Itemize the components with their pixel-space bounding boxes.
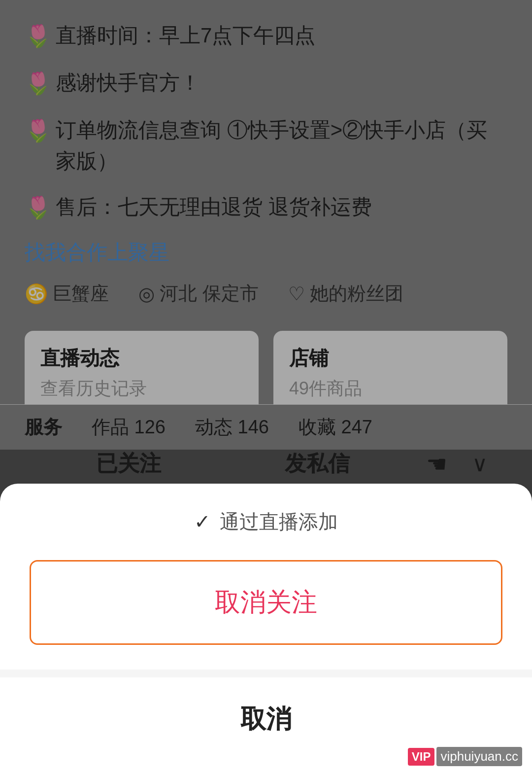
unfollow-button[interactable]: 取消关注 [30, 560, 502, 645]
bottom-sheet: ✓ 通过直播添加 取消关注 取消 [0, 484, 532, 776]
vip-badge: VIP [408, 748, 435, 766]
watermark: VIP viphuiyuan.cc [408, 747, 522, 766]
checkmark-icon: ✓ [194, 511, 211, 532]
sheet-divider [0, 670, 532, 677]
check-line: ✓ 通过直播添加 [0, 484, 532, 550]
cancel-button[interactable]: 取消 [0, 677, 532, 746]
watermark-url: viphuiyuan.cc [436, 747, 522, 766]
